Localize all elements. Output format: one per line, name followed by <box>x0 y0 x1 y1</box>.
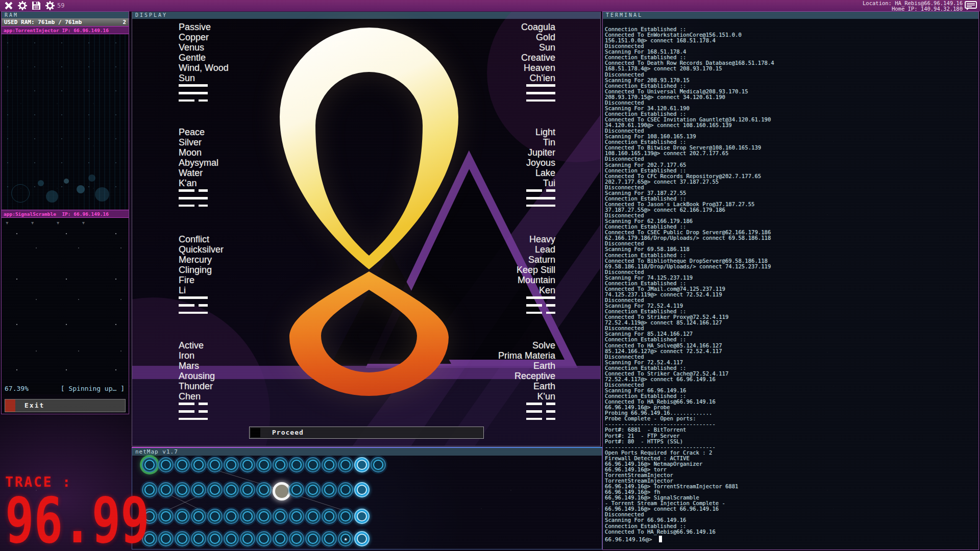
gear-icon[interactable] <box>45 1 55 10</box>
netmap-node[interactable] <box>289 457 304 472</box>
netmap-node[interactable] <box>289 482 304 497</box>
netmap-node[interactable] <box>224 531 239 546</box>
proceed-button[interactable]: Proceed <box>249 427 484 439</box>
netmap-node[interactable] <box>224 509 239 524</box>
netmap-node[interactable] <box>338 509 353 524</box>
netmap-node[interactable] <box>273 531 288 546</box>
netmap-node[interactable] <box>256 509 272 524</box>
trigram-symbol <box>179 84 208 102</box>
close-icon[interactable] <box>4 1 13 10</box>
left-word-group-4[interactable]: ActiveIronMarsArousingThunderChen <box>179 341 215 425</box>
netmap-node[interactable] <box>191 457 206 472</box>
left-word-group-3[interactable]: ConflictQuicksilverMercuryClingingFireLi <box>179 235 224 319</box>
netmap-node[interactable] <box>322 509 337 524</box>
netmap-node[interactable] <box>240 482 255 497</box>
node-inner-ring <box>226 534 236 544</box>
netmap-node[interactable] <box>256 531 272 546</box>
netmap-node[interactable] <box>158 509 174 524</box>
node-inner-ring <box>177 485 187 495</box>
netmap-node[interactable] <box>207 509 223 524</box>
word-label: Gentle <box>179 53 229 63</box>
word-label: Receptive <box>453 371 555 382</box>
terminal-line: 202.7.177.65@> connect 37.187.27.55 <box>605 179 976 185</box>
word-label: Creative <box>453 53 555 63</box>
netmap-node[interactable] <box>354 482 370 497</box>
netmap-node[interactable] <box>256 457 272 472</box>
right-word-group-1[interactable]: CoagulaGoldSunCreativeHeavenCh'ien <box>453 22 555 107</box>
netmap-node[interactable] <box>224 482 239 497</box>
word-label: Wind, Wood <box>179 63 229 73</box>
word-label: Heavy <box>453 235 555 245</box>
netmap-node[interactable] <box>354 531 370 546</box>
trigram-segment <box>179 410 194 413</box>
word-label: Silver <box>179 138 218 148</box>
netmap-node[interactable] <box>175 509 190 524</box>
netmap-node[interactable] <box>354 457 370 472</box>
chat-icon[interactable] <box>965 1 977 11</box>
netmap-node-selected[interactable] <box>273 482 291 500</box>
trigram-line-broken <box>179 99 208 102</box>
terminal-line: 66.96.149.16@> TorrentStreamInjector 688… <box>605 484 976 489</box>
proceed-button-label: Proceed <box>272 427 304 438</box>
netmap-node[interactable] <box>240 457 255 472</box>
node-inner-ring <box>291 460 302 470</box>
top-status-bar: 59 Location: HA_Rebis@66.96.149.16 Home … <box>0 0 980 12</box>
netmap-node[interactable] <box>322 531 337 546</box>
netmap-node[interactable] <box>158 482 174 497</box>
right-word-group-2[interactable]: LightTinJupiterJoyousLakeTui <box>453 128 555 212</box>
display-word-layer: PassiveCopperVenusGentleWind, WoodSunPea… <box>132 12 600 446</box>
app-torrent-injector[interactable]: app:TorrentInjector IP: 66.96.149.16 <box>2 26 129 34</box>
netmap-node[interactable] <box>273 509 288 524</box>
right-word-group-3[interactable]: HeavyLeadSaturnKeep StillMountainKen <box>453 235 555 319</box>
netmap-node[interactable] <box>158 457 174 472</box>
node-inner-ring <box>324 485 334 495</box>
netmap-node[interactable] <box>175 482 190 497</box>
trigram-segment <box>546 189 555 192</box>
netmap-node[interactable] <box>158 531 174 546</box>
word-label: Sun <box>453 43 555 53</box>
netmap-node[interactable] <box>322 457 337 472</box>
left-word-group-1[interactable]: PassiveCopperVenusGentleWind, WoodSun <box>179 22 229 107</box>
left-word-group-2[interactable]: PeaceSilverMoonAbysymalWaterK'an <box>179 128 218 212</box>
word-label: Fire <box>179 276 224 286</box>
netmap-node[interactable] <box>256 482 272 497</box>
trigram-line-solid <box>179 84 208 87</box>
netmap-node[interactable] <box>338 457 353 472</box>
trigram-line-broken <box>179 304 208 307</box>
gear-icon[interactable] <box>18 1 27 10</box>
terminal-line: Scanning For 66.96.149.16 <box>605 517 976 523</box>
netmap-node[interactable] <box>338 482 353 497</box>
netmap-node[interactable] <box>191 531 206 546</box>
word-label: Ken <box>453 286 555 296</box>
netmap-node[interactable] <box>305 482 321 497</box>
netmap-node[interactable] <box>289 531 304 546</box>
right-word-group-4[interactable]: SolvePrima MateriaEarthReceptiveEarthK'u… <box>453 341 555 425</box>
trigram-segment <box>546 410 555 413</box>
progress-percent: 67.39% <box>5 383 29 394</box>
netmap-node[interactable] <box>305 457 321 472</box>
netmap-node-home[interactable] <box>142 457 157 472</box>
netmap-node[interactable] <box>191 482 206 497</box>
netmap-node[interactable] <box>175 531 190 546</box>
netmap-node[interactable] <box>240 531 255 546</box>
netmap-node[interactable] <box>273 457 288 472</box>
save-icon[interactable] <box>32 1 41 10</box>
netmap-node[interactable] <box>207 482 223 497</box>
netmap-node[interactable] <box>207 457 223 472</box>
netmap-node[interactable] <box>289 509 304 524</box>
exit-button[interactable]: Exit <box>5 399 126 412</box>
app-signal-scramble[interactable]: app:SignalScramble IP: 66.96.149.16 <box>2 210 129 218</box>
netmap-node[interactable] <box>191 509 206 524</box>
netmap-node[interactable] <box>207 531 223 546</box>
netmap-node[interactable] <box>322 482 337 497</box>
netmap-node[interactable] <box>240 509 255 524</box>
netmap-node[interactable] <box>224 457 239 472</box>
netmap-node-csec[interactable]: ★ <box>338 531 353 546</box>
netmap-node[interactable] <box>371 457 386 472</box>
netmap-node[interactable] <box>305 531 321 546</box>
terminal-prompt[interactable]: 66.96.149.16@> <box>605 536 662 543</box>
netmap-node[interactable] <box>175 457 190 472</box>
node-inner-ring <box>210 460 220 470</box>
netmap-node[interactable] <box>354 509 370 524</box>
netmap-node[interactable] <box>305 509 321 524</box>
